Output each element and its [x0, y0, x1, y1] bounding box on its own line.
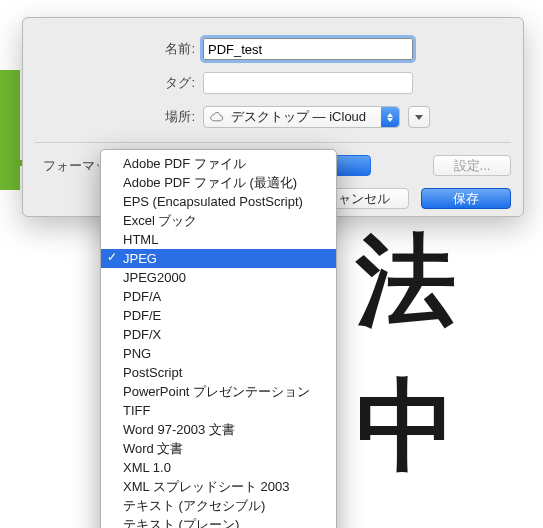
background-glyph: 法: [356, 215, 464, 350]
settings-button[interactable]: 設定...: [433, 155, 511, 176]
expand-button[interactable]: [408, 106, 430, 128]
name-label: 名前:: [23, 40, 203, 58]
tags-input[interactable]: [203, 72, 413, 94]
save-button[interactable]: 保存: [421, 188, 511, 209]
chevron-down-icon: [415, 115, 423, 120]
cancel-button-label: ャンセル: [338, 190, 390, 208]
background-glyph: 中: [356, 360, 464, 495]
format-option[interactable]: PDF/X: [101, 325, 336, 344]
tags-label: タグ:: [23, 74, 203, 92]
format-option[interactable]: Word 97-2003 文書: [101, 420, 336, 439]
format-option[interactable]: テキスト (プレーン): [101, 515, 336, 528]
format-option[interactable]: Adobe PDF ファイル (最適化): [101, 173, 336, 192]
name-input[interactable]: [203, 38, 413, 60]
format-option[interactable]: TIFF: [101, 401, 336, 420]
format-option[interactable]: PDF/E: [101, 306, 336, 325]
format-option[interactable]: PNG: [101, 344, 336, 363]
location-popup-button[interactable]: デスクトップ — iCloud: [203, 106, 400, 128]
settings-button-label: 設定...: [454, 157, 491, 175]
updown-arrows-icon: [381, 107, 399, 127]
format-option[interactable]: PDF/A: [101, 287, 336, 306]
location-label: 場所:: [23, 108, 203, 126]
format-option[interactable]: XML 1.0: [101, 458, 336, 477]
format-option[interactable]: Excel ブック: [101, 211, 336, 230]
format-option[interactable]: HTML: [101, 230, 336, 249]
format-option[interactable]: テキスト (アクセシブル): [101, 496, 336, 515]
save-button-label: 保存: [453, 190, 479, 208]
format-option[interactable]: EPS (Encapsulated PostScript): [101, 192, 336, 211]
format-dropdown-menu: Adobe PDF ファイルAdobe PDF ファイル (最適化)EPS (E…: [100, 149, 337, 528]
background-accent: [0, 70, 20, 190]
format-option[interactable]: Adobe PDF ファイル: [101, 154, 336, 173]
format-option[interactable]: XML スプレッドシート 2003: [101, 477, 336, 496]
location-value: デスクトップ — iCloud: [231, 108, 366, 126]
format-option[interactable]: PowerPoint プレゼンテーション: [101, 382, 336, 401]
format-option[interactable]: Word 文書: [101, 439, 336, 458]
format-option[interactable]: PostScript: [101, 363, 336, 382]
cloud-icon: [210, 112, 226, 123]
format-option[interactable]: JPEG2000: [101, 268, 336, 287]
format-option[interactable]: JPEG: [101, 249, 336, 268]
